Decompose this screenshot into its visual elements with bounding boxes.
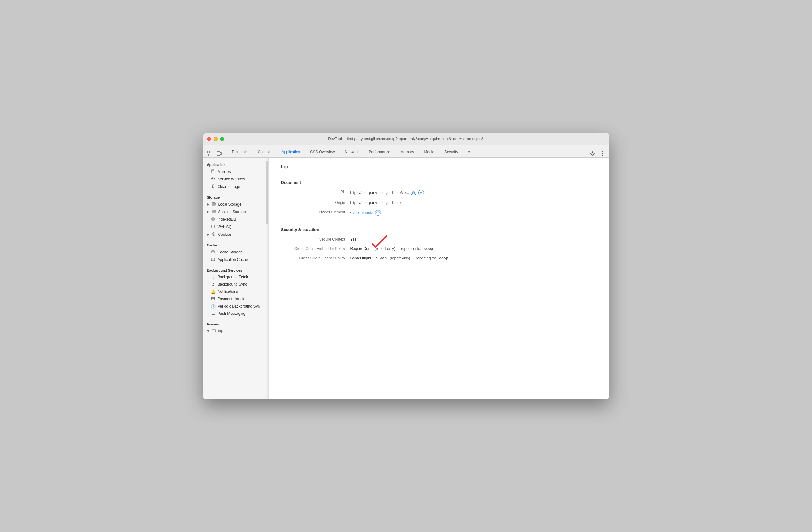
main-panel: top Document URL https://first-party-tes… [269,158,609,399]
sidebar-item-background-sync[interactable]: ↺ Background Sync [203,281,266,288]
maximize-button[interactable] [220,137,224,141]
tab-elements[interactable]: Elements [227,147,253,157]
coop-report-only: (report-only) [390,256,410,260]
background-sync-label: Background Sync [218,282,247,286]
sidebar-scrollbar[interactable] [266,158,269,399]
periodic-bg-sync-icon: 🕐 [211,304,216,309]
payment-handler-label: Payment Handler [218,297,247,301]
sidebar-item-service-workers[interactable]: Service Workers [203,175,266,183]
tab-security[interactable]: Security [439,147,463,157]
service-workers-label: Service Workers [218,177,245,181]
tab-css-overview[interactable]: CSS Overview [305,147,340,157]
tab-more[interactable]: » [463,147,475,157]
sidebar-item-payment-handler[interactable]: Payment Handler [203,295,266,303]
url-open-icon[interactable] [411,190,416,195]
coep-reporting-label: reporting to: [401,247,421,251]
svg-point-27 [212,232,215,236]
url-value: https://first-party-test.glitch.me/co... [350,190,424,195]
indexeddb-icon [211,217,216,222]
close-button[interactable] [207,137,211,141]
svg-point-25 [212,218,215,219]
expand-arrow-cookies: ▶ [207,233,209,236]
svg-point-8 [602,155,603,155]
cookies-label: Cookies [218,232,232,237]
coep-row: Cross-Origin Embedder Policy RequireCorp… [281,247,597,251]
red-arrow-annotation [369,235,388,251]
coep-reporting-value: coep [424,247,433,251]
tab-media[interactable]: Media [419,147,439,157]
session-storage-icon [211,209,216,214]
sidebar-item-clear-storage[interactable]: Clear storage [203,183,266,191]
svg-point-29 [214,233,215,234]
coop-label: Cross-Origin Opener Policy [281,256,350,260]
more-options-button[interactable] [598,149,607,157]
svg-point-26 [212,225,215,226]
owner-element-icon[interactable] [375,210,381,215]
frame-title: top [281,164,597,170]
tab-performance[interactable]: Performance [364,147,395,157]
document-section-heading: Document [281,180,597,185]
url-navigate-icon[interactable] [418,190,424,195]
manifest-label: Manifest [218,169,232,174]
window-title: DevTools - first-party-test.glitch.me/co… [328,137,484,141]
sidebar-section-frames: Frames [203,320,266,327]
payment-handler-icon [211,296,216,302]
svg-point-32 [212,250,215,251]
sidebar-item-indexeddb[interactable]: IndexedDB [203,215,266,223]
minimize-button[interactable] [214,137,218,141]
indexeddb-label: IndexedDB [218,217,236,222]
devtools-window: DevTools - first-party-test.glitch.me/co… [203,133,609,399]
sidebar-item-background-fetch[interactable]: ↕ Background Fetch [203,274,266,281]
svg-rect-3 [217,151,220,155]
sidebar-item-local-storage[interactable]: ▶ Local Storage [203,200,266,208]
settings-button[interactable] [589,149,597,157]
sidebar-item-application-cache[interactable]: Application Cache [203,256,266,264]
tab-application[interactable]: Application [277,147,305,157]
svg-rect-34 [211,258,215,259]
cache-storage-label: Cache Storage [218,250,243,254]
svg-rect-4 [220,152,221,155]
svg-rect-38 [212,329,215,332]
sidebar-section-storage: Storage [203,193,266,200]
svg-point-31 [214,234,215,235]
local-storage-icon [211,202,216,207]
sidebar-item-periodic-bg-sync[interactable]: 🕐 Periodic Background Syn [203,303,266,310]
sidebar-item-notifications[interactable]: 🔔 Notifications [203,288,266,295]
inspect-button[interactable] [206,149,214,157]
background-fetch-icon: ↕ [211,275,216,280]
periodic-bg-sync-label: Periodic Background Syn [218,304,260,308]
origin-row: Origin https://first-party-test.glitch.m… [281,200,597,205]
device-toolbar-button[interactable] [215,149,223,157]
toolbar-right [581,149,607,157]
service-workers-icon [211,177,216,182]
top-frame-label: top [218,328,223,333]
coop-row: Cross-Origin Opener Policy SameOriginPlu… [281,256,597,260]
svg-point-5 [592,152,593,154]
expand-arrow-local-storage: ▶ [207,202,209,206]
sidebar-item-web-sql[interactable]: Web SQL [203,223,266,231]
sidebar-item-cache-storage[interactable]: Cache Storage [203,248,266,256]
tab-console[interactable]: Console [253,147,277,157]
coep-label: Cross-Origin Embedder Policy [281,247,350,251]
owner-element-link[interactable]: <#document> [350,211,373,215]
sidebar-item-top-frame[interactable]: ▶ top [203,327,266,335]
clear-storage-icon [211,184,216,189]
push-messaging-icon: ☁ [211,311,216,316]
coep-value: RequireCorp (report-only) reporting to: … [350,247,433,251]
tab-memory[interactable]: Memory [395,147,419,157]
sidebar-item-session-storage[interactable]: ▶ Session Storage [203,208,266,215]
background-fetch-label: Background Fetch [218,275,248,279]
owner-element-value: <#document> [350,210,381,215]
secure-context-text: Yes [350,237,357,241]
tab-network[interactable]: Network [340,147,364,157]
traffic-lights [207,137,224,141]
web-sql-icon [211,224,216,229]
svg-rect-0 [207,151,209,153]
url-row: URL https://first-party-test.glitch.me/c… [281,190,597,195]
tabs-bar: Elements Console Application CSS Overvie… [203,145,609,158]
sidebar-item-push-messaging[interactable]: ☁ Push Messaging [203,310,266,317]
url-label: URL [281,190,350,194]
sidebar-item-manifest[interactable]: Manifest [203,168,266,175]
sidebar-item-cookies[interactable]: ▶ Cookies [203,231,266,238]
top-frame-icon [211,328,216,333]
